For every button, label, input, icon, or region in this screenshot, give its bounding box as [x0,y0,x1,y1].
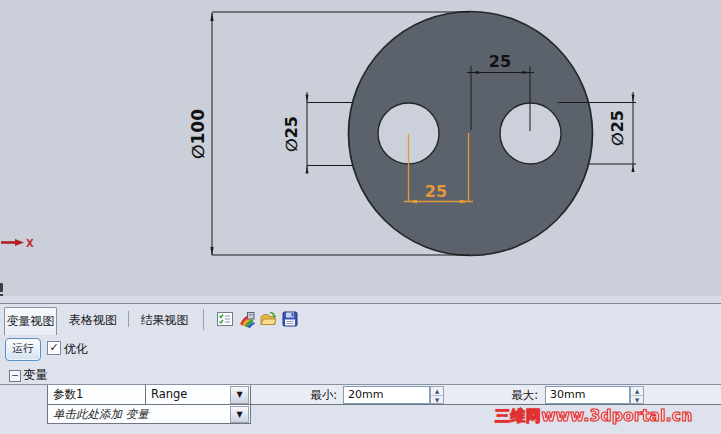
collapse-section-icon[interactable]: − [9,370,21,382]
min-value-stepper[interactable]: ▲ ▼ [430,386,444,404]
tab-separator [128,311,129,327]
save-study-button[interactable] [281,310,299,328]
open-folder-icon [259,310,277,328]
results-report-button[interactable] [238,310,256,328]
variable-name-cell[interactable]: 参数1 [47,385,146,405]
part-disc[interactable] [349,12,593,256]
optimize-label: 优化 [64,341,88,358]
open-study-button[interactable] [259,310,277,328]
chevron-down-icon: ▼ [236,410,242,419]
add-variable-dropdown-button[interactable]: ▼ [230,406,249,423]
drawing-viewport: ∅100 ∅25 25 ∅25 [0,0,721,296]
toolbar-separator [203,309,204,330]
max-value-input[interactable]: 30mm [545,386,630,404]
optimize-checkbox[interactable]: ✓ [47,341,61,355]
outer-diameter-label[interactable]: ∅100 [188,109,208,159]
origin-marker-icon [0,283,3,296]
left-hole-diameter-label[interactable]: ∅25 [282,116,301,152]
tab-variable-view[interactable]: 变量视图 [4,307,57,335]
tab-table-view[interactable]: 表格视图 [59,308,127,333]
chevron-down-icon: ▼ [236,390,242,399]
stepper-down-icon[interactable]: ▼ [431,396,443,404]
stepper-up-icon[interactable]: ▲ [631,387,643,396]
watermark: 三维网www.3dportal.cn [495,407,693,426]
hole-spacing-top-label[interactable]: 25 [489,52,511,71]
axis-x-label: X [26,238,34,249]
design-study-window: ∅100 ∅25 25 ∅25 [0,0,721,434]
tab-results-view[interactable]: 结果视图 [131,308,198,333]
run-button[interactable]: 运行 [5,338,41,361]
stepper-up-icon[interactable]: ▲ [431,387,443,396]
min-value-input[interactable]: 20mm [343,386,430,404]
results-report-icon [238,310,256,328]
max-label: 最大: [496,385,538,405]
add-variable-row[interactable]: 单击此处添加 变量 [47,405,251,424]
hole-spacing-selected-label[interactable]: 25 [425,182,447,201]
design-study-settings-button[interactable] [216,310,234,328]
panel-splitter[interactable] [0,296,721,304]
variables-section-title: 变量 [23,367,48,384]
save-icon [281,310,299,328]
min-label: 最小: [295,385,337,405]
stepper-down-icon[interactable]: ▼ [631,396,643,404]
checklist-icon [216,310,234,328]
right-hole-diameter-label[interactable]: ∅25 [608,110,627,146]
max-value-stepper[interactable]: ▲ ▼ [630,386,644,404]
checkmark-icon: ✓ [49,341,58,354]
variable-type-dropdown-button[interactable]: ▼ [230,386,249,404]
